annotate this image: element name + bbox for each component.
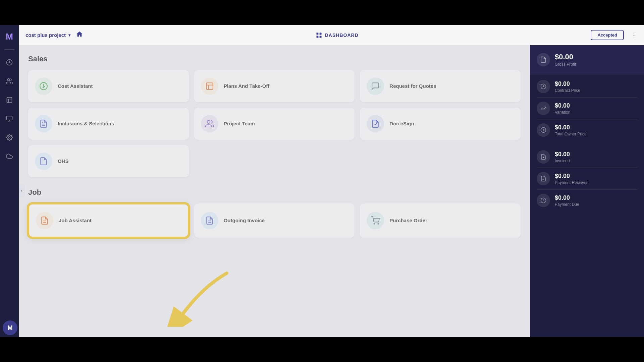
app-container: M cost plus project ▾ <box>0 25 644 337</box>
project-name: cost plus project <box>25 32 66 38</box>
cloud-icon <box>6 153 13 160</box>
total-owner-price-row: $0.00 Total Owner Price <box>537 123 637 137</box>
sidebar-item-chart[interactable] <box>3 94 15 106</box>
content-area: › Sales Cost Assistant <box>19 45 644 337</box>
header-project[interactable]: cost plus project ▾ <box>25 32 70 38</box>
payment-received-row: $0.00 Payment Received <box>537 172 637 185</box>
payment-received-icon <box>537 172 550 185</box>
doc-esign-icon <box>367 115 384 132</box>
black-bar-top <box>0 0 644 25</box>
header-dashboard[interactable]: DASHBOARD <box>316 32 359 39</box>
arrow-annotation <box>156 266 233 327</box>
inclusions-selections-label: Inclusions & Selections <box>58 120 114 127</box>
job-section-heading: Job <box>28 188 521 197</box>
right-panel: $0.00 Gross Profit $0.00 Contr <box>530 45 644 337</box>
svg-rect-5 <box>316 33 318 35</box>
payment-due-value: $0.00 <box>555 194 579 201</box>
variation-row: $0.00 Variation <box>537 102 637 115</box>
project-team-card[interactable]: Project Team <box>194 108 355 140</box>
monitor-icon <box>6 115 13 122</box>
invoiced-icon <box>537 150 550 164</box>
sidebar-item-cloud[interactable] <box>3 150 15 162</box>
stat-divider-2 <box>537 119 637 119</box>
outgoing-invoice-card[interactable]: Outgoing Invoice <box>194 203 355 238</box>
variation-label: Variation <box>555 110 570 115</box>
job-assistant-card[interactable]: Job Assistant <box>28 203 189 238</box>
svg-point-18 <box>374 224 375 224</box>
total-owner-price-value: $0.00 <box>555 124 587 131</box>
accepted-button[interactable]: Accepted <box>591 30 624 40</box>
gross-profit-label: Gross Profit <box>555 62 576 67</box>
job-assistant-icon <box>36 212 53 229</box>
header: cost plus project ▾ DASHBOARD Accepted ⋮ <box>19 25 644 45</box>
inclusions-selections-icon <box>35 115 52 132</box>
sidebar-item-monitor[interactable] <box>3 113 15 125</box>
svg-rect-6 <box>319 33 321 35</box>
payment-received-value: $0.00 <box>555 173 589 180</box>
svg-point-4 <box>9 137 10 138</box>
ohs-card[interactable]: OHS <box>28 145 189 177</box>
payment-stats-block: $0.00 Invoiced $0.00 Payment Received <box>530 145 644 213</box>
invoiced-value: $0.00 <box>555 151 570 158</box>
svg-point-19 <box>378 224 379 224</box>
people-icon <box>6 78 13 84</box>
stat-divider-3 <box>537 168 637 168</box>
payment-due-icon <box>537 194 550 207</box>
home-icon[interactable] <box>76 31 83 40</box>
variation-value: $0.00 <box>555 102 570 109</box>
payment-received-label: Payment Received <box>555 180 589 185</box>
invoiced-row: $0.00 Invoiced <box>537 150 637 164</box>
outgoing-invoice-icon <box>201 212 218 229</box>
cost-assistant-card[interactable]: Cost Assistant <box>28 70 189 102</box>
contract-price-icon <box>537 80 550 93</box>
sidebar-item-settings[interactable] <box>3 131 15 143</box>
svg-rect-10 <box>206 83 213 89</box>
main-content: cost plus project ▾ DASHBOARD Accepted ⋮… <box>19 25 644 337</box>
doc-esign-card[interactable]: Doc eSign <box>360 108 521 140</box>
payment-due-row: $0.00 Payment Due <box>537 194 637 207</box>
ohs-icon <box>35 153 52 170</box>
plans-takeoff-card[interactable]: Plans And Take-Off <box>194 70 355 102</box>
sidebar-item-people[interactable] <box>3 75 15 87</box>
request-quotes-card[interactable]: Request for Quotes <box>360 70 521 102</box>
cost-assistant-icon <box>35 77 52 95</box>
sidebar-divider <box>4 49 14 50</box>
dashboard-icon <box>316 32 322 39</box>
contract-price-value: $0.00 <box>555 80 580 87</box>
job-assistant-label: Job Assistant <box>59 217 92 224</box>
purchase-order-label: Purchase Order <box>389 217 427 224</box>
job-cards-grid: Job Assistant Outgoing Invoice <box>28 203 521 238</box>
sidebar: M <box>0 25 19 337</box>
contract-price-label: Contract Price <box>555 88 580 93</box>
analytics-icon <box>6 59 13 66</box>
project-team-icon <box>201 115 218 132</box>
outgoing-invoice-label: Outgoing Invoice <box>224 217 265 224</box>
gross-profit-icon <box>537 53 550 66</box>
gross-profit-card: $0.00 Gross Profit <box>530 45 644 74</box>
cost-assistant-label: Cost Assistant <box>58 83 93 89</box>
dashboard-label: DASHBOARD <box>325 33 359 38</box>
svg-rect-3 <box>7 116 12 120</box>
svg-point-13 <box>207 120 210 123</box>
doc-esign-label: Doc eSign <box>389 120 414 127</box>
more-options-icon[interactable]: ⋮ <box>631 31 637 39</box>
sales-section-heading: Sales <box>28 55 521 63</box>
gross-profit-value: $0.00 <box>555 53 576 61</box>
plans-takeoff-label: Plans And Take-Off <box>224 83 270 89</box>
invoiced-label: Invoiced <box>555 159 570 163</box>
page-panel: Sales Cost Assistant <box>19 45 530 337</box>
stat-divider-4 <box>537 189 637 190</box>
sidebar-item-analytics[interactable] <box>3 56 15 68</box>
collapse-button[interactable]: › <box>19 184 25 198</box>
request-quotes-icon <box>367 77 384 95</box>
sales-cards-grid: Cost Assistant Plans And Take-Off <box>28 70 521 177</box>
plans-takeoff-icon <box>201 77 218 95</box>
purchase-order-card[interactable]: Purchase Order <box>360 203 521 238</box>
logo-icon: M <box>6 32 13 42</box>
svg-point-1 <box>7 79 10 81</box>
svg-rect-2 <box>7 98 12 103</box>
sidebar-logo[interactable]: M <box>3 31 15 43</box>
bottom-logo[interactable]: M <box>3 320 17 335</box>
inclusions-selections-card[interactable]: Inclusions & Selections <box>28 108 189 140</box>
settings-icon <box>6 134 13 141</box>
